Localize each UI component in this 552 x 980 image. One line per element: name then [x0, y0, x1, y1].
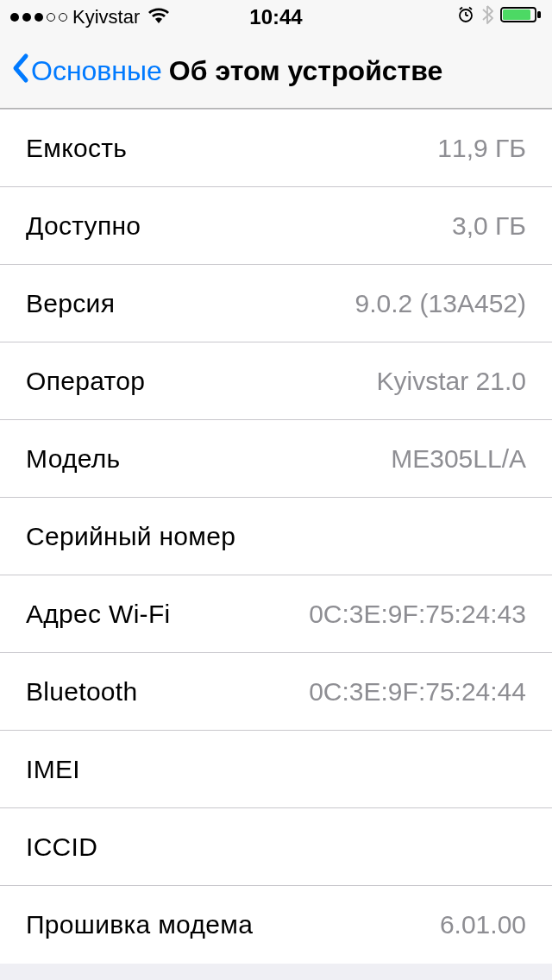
row-label: Модель — [26, 444, 120, 474]
row-value: 6.01.00 — [440, 910, 526, 939]
row-value: 11,9 ГБ — [437, 134, 526, 163]
row-modem-firmware[interactable]: Прошивка модема 6.01.00 — [0, 886, 552, 964]
row-value: 9.0.2 (13A452) — [355, 289, 526, 318]
row-serial[interactable]: Серийный номер — [0, 498, 552, 575]
row-bluetooth-address[interactable]: Bluetooth 0C:3E:9F:75:24:44 — [0, 653, 552, 731]
row-value: ME305LL/A — [391, 444, 526, 474]
settings-list[interactable]: Емкость 11,9 ГБ Доступно 3,0 ГБ Версия 9… — [0, 109, 552, 964]
row-value: 0C:3E:9F:75:24:43 — [309, 600, 526, 629]
svg-line-4 — [469, 8, 472, 10]
row-label: Адрес Wi-Fi — [26, 600, 170, 629]
svg-rect-7 — [537, 11, 541, 18]
back-button[interactable]: Основные — [10, 53, 162, 91]
row-label: Доступно — [26, 211, 141, 241]
chevron-left-icon — [10, 53, 29, 91]
row-label: Оператор — [26, 367, 145, 396]
row-iccid[interactable]: ICCID — [0, 808, 552, 886]
row-value: 3,0 ГБ — [452, 211, 526, 241]
bluetooth-icon — [481, 5, 493, 29]
carrier-label: Kyivstar — [72, 6, 140, 28]
signal-strength-icon — [10, 13, 67, 22]
row-label: IMEI — [26, 755, 80, 784]
alarm-icon — [457, 6, 474, 28]
row-label: Серийный номер — [26, 522, 235, 551]
row-available[interactable]: Доступно 3,0 ГБ — [0, 187, 552, 265]
row-wifi-address[interactable]: Адрес Wi-Fi 0C:3E:9F:75:24:43 — [0, 575, 552, 653]
row-value: 0C:3E:9F:75:24:44 — [309, 677, 526, 707]
row-model[interactable]: Модель ME305LL/A — [0, 420, 552, 498]
wifi-icon — [148, 6, 169, 28]
svg-line-3 — [460, 8, 462, 10]
clock-label: 10:44 — [249, 5, 302, 29]
page-title: Об этом устройстве — [169, 55, 442, 87]
status-bar: Kyivstar 10:44 — [0, 0, 552, 35]
row-value: Kyivstar 21.0 — [377, 367, 526, 396]
row-label: Прошивка модема — [26, 910, 253, 939]
row-label: Емкость — [26, 134, 127, 163]
row-capacity[interactable]: Емкость 11,9 ГБ — [0, 110, 552, 187]
row-imei[interactable]: IMEI — [0, 731, 552, 808]
back-label: Основные — [31, 55, 162, 87]
row-label: ICCID — [26, 832, 97, 862]
row-label: Bluetooth — [26, 677, 137, 707]
status-right — [457, 5, 542, 29]
svg-rect-6 — [503, 9, 530, 20]
battery-icon — [500, 6, 542, 28]
row-version[interactable]: Версия 9.0.2 (13A452) — [0, 265, 552, 342]
row-carrier[interactable]: Оператор Kyivstar 21.0 — [0, 342, 552, 420]
status-left: Kyivstar — [10, 6, 169, 28]
row-label: Версия — [26, 289, 115, 318]
navigation-bar: Основные Об этом устройстве — [0, 35, 552, 109]
